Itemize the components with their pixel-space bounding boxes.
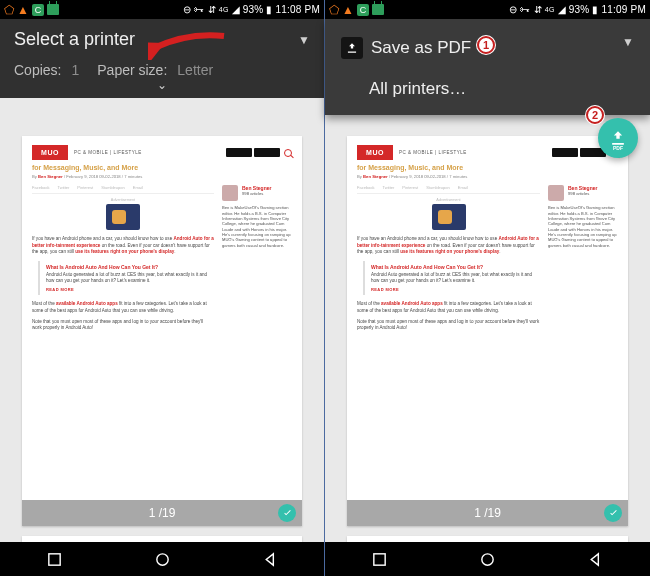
left-screenshot: ⬠ ▲ C ⊖ 🗝 ⇵ 4G ◢ 93% ▮ 11:08 PM Select a… (0, 0, 325, 576)
camtasia-icon: C (357, 3, 369, 16)
recent-apps-button[interactable] (371, 551, 388, 568)
bug-icon (47, 4, 59, 15)
paragraph: If you have an Android phone and a car, … (32, 236, 214, 255)
menu-item-all-printers[interactable]: All printers… (339, 73, 636, 105)
site-nav: PC & MOBILE | LIFESTYLE (399, 150, 467, 155)
ad-image (432, 204, 466, 230)
site-nav: PC & MOBILE | LIFESTYLE (74, 150, 142, 155)
android-nav-bar (0, 542, 324, 576)
paragraph: If you have an Android phone and a car, … (357, 236, 540, 255)
save-pdf-fab[interactable]: PDF (598, 118, 638, 158)
author-box: Ben Stegner998 articles (548, 185, 618, 201)
home-button[interactable] (154, 551, 171, 568)
print-preview-area[interactable]: MUO PC & MOBILE | LIFESTYLE for Messagin… (0, 112, 324, 542)
recent-apps-button[interactable] (46, 551, 63, 568)
avatar (548, 185, 564, 201)
vpn-key-icon: 🗝 (194, 4, 204, 15)
page-counter-bar: 1 /19 (347, 500, 628, 526)
svg-rect-2 (373, 553, 384, 564)
network-type: 4G (545, 6, 555, 13)
brand-logo: MUO (357, 145, 393, 160)
article-title: for Messaging, Music, and More (357, 164, 618, 172)
clock: 11:08 PM (276, 4, 320, 15)
flame-icon: ▲ (17, 3, 29, 17)
playstore-badge (254, 148, 280, 157)
ad-label: Advertisement (32, 198, 214, 202)
shield-icon: ⬠ (4, 3, 14, 17)
do-not-disturb-icon: ⊖ (509, 4, 517, 15)
svg-point-1 (156, 553, 167, 564)
brand-logo: MUO (32, 145, 68, 160)
battery-icon: ▮ (592, 4, 598, 15)
status-bar: ⬠ ▲ C ⊖ 🗝 ⇵ 4G ◢ 93% ▮ 11:08 PM (0, 0, 324, 19)
svg-rect-0 (48, 553, 59, 564)
network-type: 4G (219, 6, 229, 13)
camtasia-icon: C (32, 3, 44, 16)
callout-block: What Is Android Auto And How Can You Get… (38, 261, 214, 295)
wifi-icon: ⇵ (534, 4, 542, 15)
printer-select-menu: ▼ Save as PDF All printers… (325, 19, 650, 115)
print-options-bar: Select a printer ▼ Copies: 1 Paper size:… (0, 19, 324, 98)
page-counter-bar: 1 /19 (22, 500, 302, 526)
battery-percent: 93% (243, 4, 264, 15)
page-counter: 1 /19 (474, 506, 501, 520)
page-selected-check-icon[interactable] (604, 504, 622, 522)
right-screenshot: ⬠ ▲ C ⊖ 🗝 ⇵ 4G ◢ 93% ▮ 11:09 PM Letter ▼ (325, 0, 650, 576)
page-counter: 1 /19 (149, 506, 176, 520)
appstore-badge (226, 148, 252, 157)
status-bar: ⬠ ▲ C ⊖ 🗝 ⇵ 4G ◢ 93% ▮ 11:09 PM (325, 0, 650, 19)
back-button[interactable] (262, 551, 279, 568)
ad-image (106, 204, 140, 230)
papersize-label: Paper size: (97, 62, 167, 78)
share-tabs: FacebookTwitterPinterestStumbleuponEmail (357, 185, 540, 194)
signal-icon: ◢ (558, 4, 566, 15)
copies-value[interactable]: 1 (71, 62, 79, 78)
annotation-callout-1: 1 (477, 36, 495, 54)
paragraph: Note that you must open most of these ap… (357, 319, 540, 331)
svg-point-3 (482, 553, 493, 564)
ad-label: Advertisement (357, 198, 540, 202)
battery-icon: ▮ (266, 4, 272, 15)
menu-item-label: All printers… (369, 79, 466, 99)
avatar (222, 185, 238, 201)
printer-select-dropdown[interactable]: Select a printer (14, 29, 135, 50)
shield-icon: ⬠ (329, 3, 339, 17)
expand-options-chevron-icon[interactable]: ⌄ (14, 80, 310, 90)
pdf-icon (341, 37, 363, 59)
appstore-badge (552, 148, 578, 157)
author-box: Ben Stegner998 articles (222, 185, 292, 201)
copies-label: Copies: (14, 62, 61, 78)
paragraph: Most of the available Android Auto apps … (357, 301, 540, 313)
android-nav-bar (325, 542, 650, 576)
menu-item-label: Save as PDF (371, 38, 471, 58)
papersize-value[interactable]: Letter (177, 62, 213, 78)
wifi-icon: ⇵ (208, 4, 216, 15)
vpn-key-icon: 🗝 (520, 4, 530, 15)
callout-block: What Is Android Auto And How Can You Get… (363, 261, 540, 295)
search-icon (284, 149, 292, 157)
bug-icon (372, 4, 384, 15)
chevron-down-icon[interactable]: ▼ (622, 35, 634, 49)
paragraph: Note that you must open most of these ap… (32, 319, 214, 331)
author-bio: Ben is MakeUseOf's Gaming section editor… (548, 205, 618, 248)
preview-page[interactable]: MUO PC & MOBILE | LIFESTYLE for Messagin… (22, 136, 302, 526)
annotation-callout-2: 2 (586, 106, 604, 124)
back-button[interactable] (587, 551, 604, 568)
author-bio: Ben is MakeUseOf's Gaming section editor… (222, 205, 292, 248)
byline: By Ben Stegner / February 9, 2018 09-02-… (32, 174, 292, 179)
share-tabs: FacebookTwitterPinterestStumbleuponEmail (32, 185, 214, 194)
home-button[interactable] (479, 551, 496, 568)
battery-percent: 93% (569, 4, 590, 15)
byline: By Ben Stegner / February 9, 2018 09-02-… (357, 174, 618, 179)
flame-icon: ▲ (342, 3, 354, 17)
signal-icon: ◢ (232, 4, 240, 15)
paragraph: Most of the available Android Auto apps … (32, 301, 214, 313)
do-not-disturb-icon: ⊖ (183, 4, 191, 15)
preview-page[interactable]: MUO PC & MOBILE | LIFESTYLE for Messagin… (347, 136, 628, 526)
article-title: for Messaging, Music, and More (32, 164, 292, 172)
page-selected-check-icon[interactable] (278, 504, 296, 522)
clock: 11:09 PM (602, 4, 646, 15)
print-preview-area[interactable]: MUO PC & MOBILE | LIFESTYLE for Messagin… (325, 112, 650, 542)
chevron-down-icon[interactable]: ▼ (298, 33, 310, 47)
